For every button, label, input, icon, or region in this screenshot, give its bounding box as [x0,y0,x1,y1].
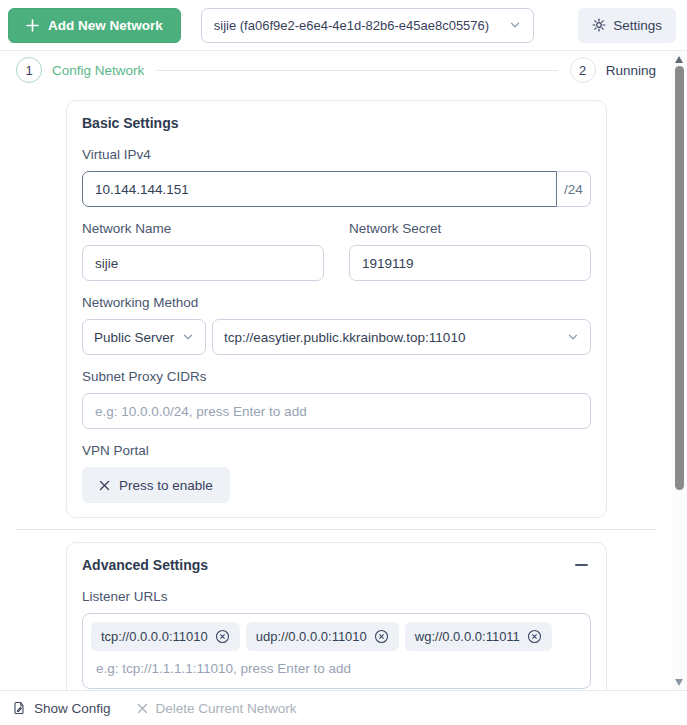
scrollbar-thumb[interactable] [675,66,684,490]
chevron-down-icon [182,331,194,343]
circle-x-icon[interactable] [374,629,389,644]
virtual-ipv4-input[interactable] [82,171,557,207]
listener-chip: udp://0.0.0.0:11010 [246,622,399,651]
gear-icon [592,18,606,32]
easytier-config-window: Add New Network sijie (fa06f9e2-e6e4-4e1… [0,0,687,725]
network-instance-select[interactable]: sijie (fa06f9e2-e6e4-4e1d-82b6-e45ae8c05… [201,8,534,43]
network-secret-input[interactable] [349,245,591,281]
network-name-label: Network Name [82,221,324,237]
scrollbar-down-arrow-icon[interactable] [675,679,683,686]
listener-chip-label: wg://0.0.0.0:11011 [415,629,520,644]
add-new-network-button[interactable]: Add New Network [8,8,181,43]
subnet-proxy-label: Subnet Proxy CIDRs [82,369,591,385]
step-1-circle[interactable]: 1 [16,57,42,83]
basic-settings-title: Basic Settings [82,115,178,131]
scrollbar-up-arrow-icon[interactable] [675,56,683,63]
collapse-section-button[interactable] [571,558,591,572]
plus-icon [26,19,39,32]
networking-method-label: Networking Method [82,295,591,311]
circle-x-icon[interactable] [215,629,230,644]
step-2-circle[interactable]: 2 [570,57,596,83]
network-name-input[interactable] [82,245,324,281]
main-scroll-area: 1 Config Network 2 Running Basic Setting… [0,51,687,690]
x-icon [99,480,110,491]
step-2-label: Running [606,63,656,78]
advanced-settings-header: Advanced Settings [82,557,591,573]
networking-method-select[interactable]: Public Server [82,319,206,355]
step-2-number: 2 [579,63,586,78]
network-name-field: Network Name [82,221,324,295]
chevron-down-icon [567,331,579,343]
show-config-label: Show Config [34,701,111,716]
public-server-select[interactable]: tcp://easytier.public.kkrainbow.top:1101… [212,319,591,355]
listener-urls-placeholder: e.g: tcp://1.1.1.1:11010, press Enter to… [96,661,582,676]
circle-x-icon[interactable] [527,629,542,644]
listener-urls-label: Listener URLs [82,589,591,605]
listener-chips-row: tcp://0.0.0.0:11010 udp://0.0.0.0:11010 [91,622,582,651]
vpn-portal-enable-button[interactable]: Press to enable [82,467,230,503]
delete-current-network-label: Delete Current Network [156,701,297,716]
listener-chip-label: tcp://0.0.0.0:11010 [101,629,208,644]
ipv4-prefix-length-addon: /24 [557,171,591,207]
advanced-settings-title: Advanced Settings [82,557,208,573]
advanced-settings-card: Advanced Settings Listener URLs tcp://0.… [66,542,607,690]
file-edit-icon [12,701,26,715]
step-1-number: 1 [25,63,32,78]
network-secret-label: Network Secret [349,221,591,237]
network-instance-value: sijie (fa06f9e2-e6e4-4e1d-82b6-e45ae8c05… [214,18,489,33]
basic-settings-header: Basic Settings [82,115,591,131]
settings-label: Settings [613,18,662,33]
listener-chip-label: udp://0.0.0.0:11010 [256,629,367,644]
main-content: 1 Config Network 2 Running Basic Setting… [0,51,672,690]
network-secret-field: Network Secret [349,221,591,295]
x-icon [137,703,148,714]
chevron-down-icon [509,19,521,31]
steps-connector-line [156,70,557,71]
vpn-portal-button-label: Press to enable [119,478,213,493]
delete-current-network-button[interactable]: Delete Current Network [137,701,297,716]
wizard-steps: 1 Config Network 2 Running [8,51,664,89]
bottom-action-bar: Show Config Delete Current Network [0,690,687,725]
public-server-value: tcp://easytier.public.kkrainbow.top:1101… [224,330,465,345]
show-config-button[interactable]: Show Config [12,701,111,716]
listener-urls-chips-input[interactable]: tcp://0.0.0.0:11010 udp://0.0.0.0:11010 [82,613,591,689]
virtual-ipv4-group: /24 [82,171,591,207]
vertical-scrollbar[interactable] [672,51,687,690]
minus-icon [575,564,588,566]
top-toolbar: Add New Network sijie (fa06f9e2-e6e4-4e1… [0,0,687,51]
step-1-label: Config Network [52,63,144,78]
vpn-portal-label: VPN Portal [82,443,591,459]
basic-settings-card: Basic Settings Virtual IPv4 /24 Network … [66,100,607,518]
networking-method-row: Public Server tcp://easytier.public.kkra… [82,319,591,355]
listener-chip: wg://0.0.0.0:11011 [405,622,552,651]
listener-chip: tcp://0.0.0.0:11010 [91,622,240,651]
virtual-ipv4-label: Virtual IPv4 [82,147,591,163]
settings-button[interactable]: Settings [578,8,676,43]
subnet-proxy-input[interactable] [82,393,591,429]
name-secret-row: Network Name Network Secret [82,221,591,295]
section-divider [15,529,657,530]
add-new-network-label: Add New Network [48,18,163,33]
networking-method-value: Public Server [94,330,174,345]
